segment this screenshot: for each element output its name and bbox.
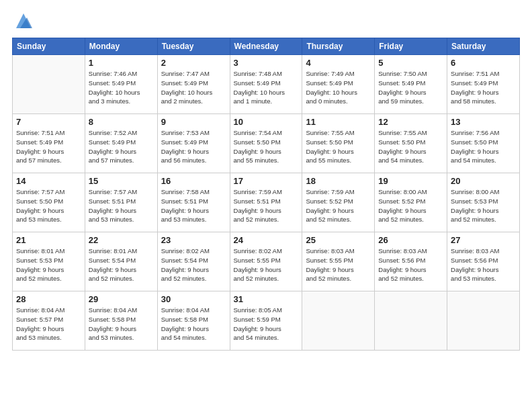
week-row-4: 21Sunrise: 8:01 AM Sunset: 5:53 PM Dayli… (13, 232, 520, 291)
day-number: 13 (451, 117, 516, 127)
calendar-cell: 29Sunrise: 8:04 AM Sunset: 5:58 PM Dayli… (85, 291, 157, 351)
week-row-5: 28Sunrise: 8:04 AM Sunset: 5:57 PM Dayli… (13, 291, 520, 351)
header (12, 12, 520, 31)
calendar-container: SundayMondayTuesdayWednesdayThursdayFrid… (0, 0, 532, 411)
day-info: Sunrise: 7:54 AM Sunset: 5:50 PM Dayligh… (234, 128, 299, 165)
day-info: Sunrise: 7:52 AM Sunset: 5:49 PM Dayligh… (89, 128, 154, 165)
day-number: 6 (451, 58, 516, 68)
day-number: 20 (451, 176, 516, 186)
calendar-table: SundayMondayTuesdayWednesdayThursdayFrid… (12, 38, 520, 351)
day-number: 16 (161, 176, 226, 186)
day-number: 25 (306, 235, 371, 245)
day-info: Sunrise: 7:49 AM Sunset: 5:49 PM Dayligh… (306, 69, 371, 106)
calendar-cell: 3Sunrise: 7:48 AM Sunset: 5:49 PM Daylig… (230, 55, 302, 114)
calendar-cell: 31Sunrise: 8:05 AM Sunset: 5:59 PM Dayli… (230, 291, 302, 351)
day-info: Sunrise: 8:01 AM Sunset: 5:53 PM Dayligh… (16, 246, 81, 283)
day-number: 21 (16, 235, 81, 245)
week-row-2: 7Sunrise: 7:51 AM Sunset: 5:49 PM Daylig… (13, 114, 520, 173)
weekday-header-monday: Monday (85, 38, 157, 55)
day-number: 10 (234, 117, 299, 127)
day-number: 23 (161, 235, 226, 245)
weekday-header-saturday: Saturday (447, 38, 520, 55)
day-info: Sunrise: 7:57 AM Sunset: 5:50 PM Dayligh… (16, 187, 81, 224)
day-info: Sunrise: 8:04 AM Sunset: 5:58 PM Dayligh… (161, 306, 226, 342)
logo-icon (13, 11, 34, 31)
day-info: Sunrise: 8:02 AM Sunset: 5:55 PM Dayligh… (234, 246, 299, 283)
calendar-cell (302, 291, 375, 351)
day-info: Sunrise: 8:02 AM Sunset: 5:54 PM Dayligh… (161, 246, 226, 283)
weekday-header-row: SundayMondayTuesdayWednesdayThursdayFrid… (13, 38, 520, 55)
calendar-cell: 22Sunrise: 8:01 AM Sunset: 5:54 PM Dayli… (85, 232, 157, 291)
day-info: Sunrise: 7:46 AM Sunset: 5:49 PM Dayligh… (89, 69, 154, 106)
calendar-cell: 18Sunrise: 7:59 AM Sunset: 5:52 PM Dayli… (302, 173, 375, 232)
day-info: Sunrise: 7:58 AM Sunset: 5:51 PM Dayligh… (161, 187, 226, 224)
calendar-cell: 1Sunrise: 7:46 AM Sunset: 5:49 PM Daylig… (85, 55, 157, 114)
calendar-cell: 8Sunrise: 7:52 AM Sunset: 5:49 PM Daylig… (85, 114, 157, 173)
day-number: 22 (89, 235, 154, 245)
day-info: Sunrise: 7:56 AM Sunset: 5:50 PM Dayligh… (451, 128, 516, 165)
day-info: Sunrise: 8:03 AM Sunset: 5:56 PM Dayligh… (378, 246, 443, 283)
calendar-cell (13, 55, 85, 114)
weekday-header-wednesday: Wednesday (230, 38, 302, 55)
calendar-cell: 9Sunrise: 7:53 AM Sunset: 5:49 PM Daylig… (157, 114, 230, 173)
day-number: 15 (89, 176, 154, 186)
day-number: 18 (306, 176, 371, 186)
weekday-header-tuesday: Tuesday (157, 38, 230, 55)
day-info: Sunrise: 8:00 AM Sunset: 5:53 PM Dayligh… (451, 187, 516, 224)
day-info: Sunrise: 8:00 AM Sunset: 5:52 PM Dayligh… (378, 187, 443, 224)
calendar-cell: 16Sunrise: 7:58 AM Sunset: 5:51 PM Dayli… (157, 173, 230, 232)
day-number: 8 (89, 117, 154, 127)
day-number: 14 (16, 176, 81, 186)
day-number: 12 (378, 117, 443, 127)
day-info: Sunrise: 8:04 AM Sunset: 5:57 PM Dayligh… (16, 306, 81, 342)
day-info: Sunrise: 7:57 AM Sunset: 5:51 PM Dayligh… (89, 187, 154, 224)
calendar-cell: 6Sunrise: 7:51 AM Sunset: 5:49 PM Daylig… (447, 55, 520, 114)
calendar-cell: 17Sunrise: 7:59 AM Sunset: 5:51 PM Dayli… (230, 173, 302, 232)
calendar-cell: 13Sunrise: 7:56 AM Sunset: 5:50 PM Dayli… (447, 114, 520, 173)
day-number: 29 (89, 294, 154, 304)
week-row-3: 14Sunrise: 7:57 AM Sunset: 5:50 PM Dayli… (13, 173, 520, 232)
week-row-1: 1Sunrise: 7:46 AM Sunset: 5:49 PM Daylig… (13, 55, 520, 114)
weekday-header-thursday: Thursday (302, 38, 375, 55)
day-info: Sunrise: 7:55 AM Sunset: 5:50 PM Dayligh… (378, 128, 443, 165)
day-number: 2 (161, 58, 226, 68)
day-number: 24 (234, 235, 299, 245)
day-info: Sunrise: 8:05 AM Sunset: 5:59 PM Dayligh… (234, 306, 299, 342)
calendar-cell: 12Sunrise: 7:55 AM Sunset: 5:50 PM Dayli… (375, 114, 447, 173)
day-info: Sunrise: 7:50 AM Sunset: 5:49 PM Dayligh… (378, 69, 443, 106)
day-info: Sunrise: 8:03 AM Sunset: 5:55 PM Dayligh… (306, 246, 371, 283)
calendar-cell (447, 291, 520, 351)
calendar-cell: 11Sunrise: 7:55 AM Sunset: 5:50 PM Dayli… (302, 114, 375, 173)
day-number: 3 (234, 58, 299, 68)
calendar-cell: 23Sunrise: 8:02 AM Sunset: 5:54 PM Dayli… (157, 232, 230, 291)
day-number: 4 (306, 58, 371, 68)
weekday-header-friday: Friday (375, 38, 447, 55)
day-info: Sunrise: 8:01 AM Sunset: 5:54 PM Dayligh… (89, 246, 154, 283)
calendar-cell: 30Sunrise: 8:04 AM Sunset: 5:58 PM Dayli… (157, 291, 230, 351)
calendar-cell: 19Sunrise: 8:00 AM Sunset: 5:52 PM Dayli… (375, 173, 447, 232)
calendar-cell: 7Sunrise: 7:51 AM Sunset: 5:49 PM Daylig… (13, 114, 85, 173)
calendar-cell: 2Sunrise: 7:47 AM Sunset: 5:49 PM Daylig… (157, 55, 230, 114)
day-info: Sunrise: 7:51 AM Sunset: 5:49 PM Dayligh… (16, 128, 81, 165)
day-number: 9 (161, 117, 226, 127)
calendar-cell: 26Sunrise: 8:03 AM Sunset: 5:56 PM Dayli… (375, 232, 447, 291)
day-number: 31 (234, 294, 299, 304)
weekday-header-sunday: Sunday (13, 38, 85, 55)
logo (12, 12, 34, 31)
day-info: Sunrise: 7:47 AM Sunset: 5:49 PM Dayligh… (161, 69, 226, 106)
day-info: Sunrise: 7:53 AM Sunset: 5:49 PM Dayligh… (161, 128, 226, 165)
day-number: 17 (234, 176, 299, 186)
day-number: 28 (16, 294, 81, 304)
day-info: Sunrise: 7:48 AM Sunset: 5:49 PM Dayligh… (234, 69, 299, 106)
calendar-cell: 4Sunrise: 7:49 AM Sunset: 5:49 PM Daylig… (302, 55, 375, 114)
day-number: 5 (378, 58, 443, 68)
day-number: 11 (306, 117, 371, 127)
day-number: 7 (16, 117, 81, 127)
calendar-cell: 24Sunrise: 8:02 AM Sunset: 5:55 PM Dayli… (230, 232, 302, 291)
day-number: 30 (161, 294, 226, 304)
day-number: 1 (89, 58, 154, 68)
calendar-cell: 28Sunrise: 8:04 AM Sunset: 5:57 PM Dayli… (13, 291, 85, 351)
day-info: Sunrise: 8:03 AM Sunset: 5:56 PM Dayligh… (451, 246, 516, 283)
calendar-cell: 20Sunrise: 8:00 AM Sunset: 5:53 PM Dayli… (447, 173, 520, 232)
calendar-cell: 15Sunrise: 7:57 AM Sunset: 5:51 PM Dayli… (85, 173, 157, 232)
